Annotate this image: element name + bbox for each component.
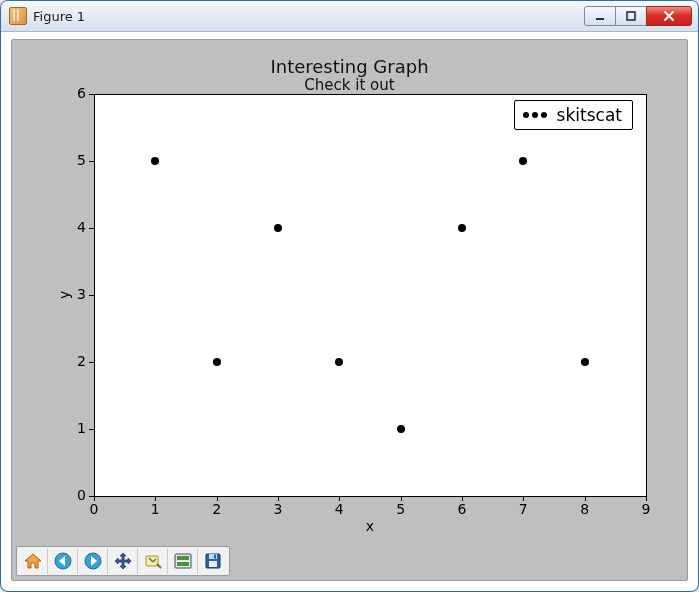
data-point: [519, 157, 527, 165]
matplotlib-toolbar: [16, 546, 230, 576]
data-point: [213, 358, 221, 366]
x-axis-label: x: [94, 518, 646, 534]
subplots-icon: [173, 551, 193, 571]
save-icon: [203, 551, 223, 571]
data-point: [274, 224, 282, 232]
x-tick-label: 6: [447, 501, 477, 517]
legend-marker-icon: [523, 112, 547, 118]
x-tick-label: 1: [140, 501, 170, 517]
y-tick-label: 5: [66, 152, 86, 168]
svg-rect-10: [177, 562, 189, 566]
chart-subtitle: Check it out: [12, 76, 687, 94]
subplots-button[interactable]: [168, 548, 198, 574]
data-point: [458, 224, 466, 232]
data-point: [151, 157, 159, 165]
x-tick-label: 8: [570, 501, 600, 517]
pan-button[interactable]: [108, 548, 138, 574]
x-tick-label: 5: [386, 501, 416, 517]
data-point: [397, 425, 405, 433]
legend-entry-label: skitscat: [557, 105, 622, 125]
maximize-icon: [626, 11, 636, 21]
svg-rect-0: [596, 18, 604, 20]
window-title: Figure 1: [33, 9, 585, 24]
data-point: [335, 358, 343, 366]
minimize-button[interactable]: [584, 6, 616, 26]
chart-title: Interesting Graph: [12, 56, 687, 77]
y-tick-label: 4: [66, 219, 86, 235]
x-tick-label: 2: [202, 501, 232, 517]
plot-area[interactable]: [94, 94, 646, 496]
close-icon: [663, 10, 675, 22]
y-tick-label: 2: [66, 353, 86, 369]
titlebar[interactable]: Figure 1: [1, 1, 698, 32]
y-tick-label: 0: [66, 487, 86, 503]
y-tick-label: 6: [66, 85, 86, 101]
save-button[interactable]: [198, 548, 228, 574]
close-button[interactable]: [646, 6, 692, 26]
svg-rect-14: [209, 561, 217, 567]
x-tick-label: 4: [324, 501, 354, 517]
x-tick-label: 7: [508, 501, 538, 517]
home-icon: [23, 551, 43, 571]
svg-rect-9: [177, 556, 189, 560]
legend: skitscat: [514, 100, 633, 130]
move-icon: [113, 551, 133, 571]
data-point: [581, 358, 589, 366]
x-tick-label: 9: [631, 501, 661, 517]
y-tick-label: 3: [66, 286, 86, 302]
maximize-button[interactable]: [615, 6, 647, 26]
window-controls: [585, 6, 692, 26]
svg-rect-1: [627, 12, 635, 20]
figure-window: Figure 1 Interesting Graph Check it out …: [0, 0, 699, 592]
x-tick-label: 3: [263, 501, 293, 517]
arrow-left-icon: [53, 551, 73, 571]
x-tick-label: 0: [79, 501, 109, 517]
arrow-right-icon: [83, 551, 103, 571]
figure-canvas: Interesting Graph Check it out y x skits…: [11, 39, 688, 581]
svg-rect-13: [214, 555, 216, 559]
zoom-button[interactable]: [138, 548, 168, 574]
svg-marker-2: [25, 554, 41, 568]
home-button[interactable]: [18, 548, 48, 574]
back-button[interactable]: [48, 548, 78, 574]
zoom-rect-icon: [143, 551, 163, 571]
y-tick-label: 1: [66, 420, 86, 436]
minimize-icon: [595, 11, 605, 21]
app-icon: [9, 7, 27, 25]
forward-button[interactable]: [78, 548, 108, 574]
